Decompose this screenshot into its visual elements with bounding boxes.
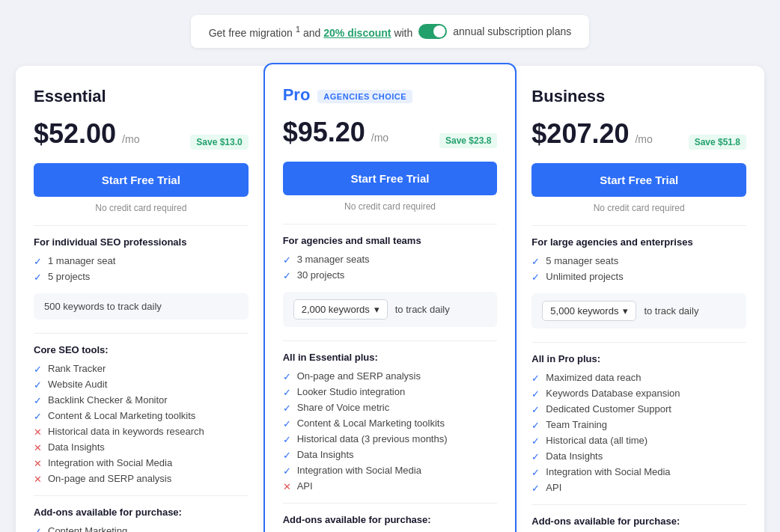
feature-item: ✕ On-page and SERP analysis (34, 473, 249, 485)
check-icon: ✓ (283, 387, 291, 398)
divider (283, 340, 498, 341)
divider (531, 504, 746, 505)
feature-item: ✓ Dedicated Customer Support (531, 403, 746, 415)
divider (283, 224, 498, 224)
divider (283, 503, 498, 504)
keywords-value: 2,000 keywords (302, 304, 370, 315)
check-icon: ✓ (34, 395, 42, 406)
seats-list: ✓ 3 manager seats ✓ 30 projects (283, 254, 498, 281)
price-amount: $95.20 (283, 117, 365, 148)
feature-item: ✓ Looker Studio integration (283, 386, 498, 398)
check-icon: ✓ (34, 364, 42, 375)
check-icon: ✓ (531, 467, 540, 478)
divider (531, 225, 746, 226)
core-features-list: ✓ Rank Tracker ✓ Website Audit ✓ Backlin… (34, 363, 249, 485)
x-icon: ✕ (283, 481, 291, 492)
no-credit: No credit card required (283, 201, 498, 212)
feature-item: ✓ API (531, 482, 746, 494)
feature-item: ✓ Team Training (531, 419, 746, 431)
check-icon: ✓ (531, 435, 540, 447)
check-icon: ✓ (34, 379, 42, 391)
check-icon: ✓ (283, 434, 291, 445)
addons-title: Add-ons available for purchase: (283, 514, 498, 525)
check-icon: ✓ (34, 526, 42, 532)
price-period: /mo (635, 133, 652, 145)
feature-item: ✓ On-page and SERP analysis (283, 370, 498, 382)
manager-seats-item: ✓ 1 manager seat (34, 255, 249, 267)
check-icon: ✓ (283, 403, 291, 414)
annual-toggle[interactable] (418, 24, 447, 39)
feature-text: Data Insights (297, 449, 354, 460)
chevron-down-icon: ▾ (623, 305, 628, 317)
keywords-track-label: to track daily (644, 305, 698, 317)
feature-item: ✓ Integration with Social Media (283, 465, 498, 477)
addon-item: ✓ Content Marketing (34, 525, 249, 532)
check-icon: ✓ (531, 483, 540, 494)
feature-text: Maximized data reach (546, 372, 641, 383)
plan-header: Business (531, 87, 746, 109)
feature-item: ✕ API (283, 480, 498, 492)
price-row: $52.00 /mo Save $13.0 (34, 118, 249, 150)
feature-text: Historical data in keywords research (48, 426, 204, 437)
chevron-down-icon: ▾ (374, 304, 380, 315)
feature-text: API (546, 482, 561, 493)
divider (34, 333, 249, 334)
feature-item: ✓ Data Insights (283, 449, 498, 461)
keywords-dropdown[interactable]: 5,000 keywords ▾ (542, 301, 636, 321)
check-icon: ✓ (283, 450, 291, 461)
feature-item: ✓ Rank Tracker (34, 363, 249, 375)
plan-subtitle: For agencies and small teams (283, 235, 498, 246)
check-icon: ✓ (531, 272, 540, 283)
plan-card-business: Business $207.20 /mo Save $51.8 Start Fr… (514, 66, 764, 532)
plan-card-pro: Pro AGENCIES CHOICE $95.20 /mo Save $23.… (263, 63, 517, 532)
seats-list: ✓ 1 manager seat ✓ 5 projects (34, 255, 249, 283)
discount-text: 20% discount (323, 27, 391, 39)
top-banner: Get free migration 1 and 20% discount wi… (191, 15, 590, 48)
keywords-dropdown[interactable]: 2,000 keywords ▾ (293, 299, 388, 319)
trial-button-business[interactable]: Start Free Trial (531, 163, 746, 197)
feature-text: Integration with Social Media (297, 465, 421, 476)
projects-text: Unlimited projects (546, 271, 623, 282)
agencies-badge: AGENCIES CHOICE (317, 90, 412, 103)
check-icon: ✓ (283, 465, 291, 477)
price-amount: $52.00 (34, 118, 116, 150)
check-icon: ✓ (34, 256, 42, 267)
feature-text: Data Insights (546, 450, 603, 462)
save-badge: Save $13.0 (190, 135, 248, 150)
check-icon: ✓ (34, 411, 42, 422)
check-icon: ✓ (531, 256, 540, 267)
feature-item: ✓ Data Insights (531, 450, 746, 462)
core-section-title: All in Pro plus: (531, 353, 746, 364)
keywords-box: 2,000 keywords ▾ to track daily (283, 292, 498, 327)
feature-text: Content & Local Marketing toolkits (48, 410, 195, 421)
trial-button-essential[interactable]: Start Free Trial (34, 163, 249, 197)
feature-text: Share of Voice metric (297, 402, 390, 413)
core-features-list: ✓ Maximized data reach ✓ Keywords Databa… (531, 372, 746, 494)
check-icon: ✓ (531, 373, 540, 384)
feature-text: Website Audit (48, 379, 107, 390)
feature-text: Backlink Checker & Monitor (48, 394, 168, 406)
x-icon: ✕ (34, 474, 42, 485)
feature-text: Historical data (3 previous months) (297, 433, 448, 444)
manager-seats-text: 5 manager seats (546, 255, 618, 266)
keywords-value: 5,000 keywords (550, 305, 618, 317)
feature-item: ✕ Integration with Social Media (34, 457, 249, 469)
feature-item: ✓ Keywords Database expansion (531, 388, 746, 400)
plan-name: Essential (34, 87, 106, 106)
price-amount: $207.20 (531, 118, 629, 150)
check-icon: ✓ (283, 418, 291, 429)
keywords-static: 500 keywords to track daily (44, 301, 162, 312)
keywords-box: 5,000 keywords ▾ to track daily (531, 293, 746, 328)
core-features-list: ✓ On-page and SERP analysis ✓ Looker Stu… (283, 370, 498, 492)
divider (531, 342, 746, 343)
price-period: /mo (371, 132, 389, 144)
seats-list: ✓ 5 manager seats ✓ Unlimited projects (531, 255, 746, 283)
check-icon: ✓ (531, 420, 540, 431)
toggle-label: annual subscription plans (453, 25, 571, 37)
core-section-title: All in Essential plus: (283, 352, 498, 363)
check-icon: ✓ (531, 451, 540, 462)
feature-item: ✓ Maximized data reach (531, 372, 746, 384)
trial-button-pro[interactable]: Start Free Trial (283, 162, 498, 195)
feature-text: Integration with Social Media (48, 457, 172, 468)
feature-item: ✕ Data Insights (34, 441, 249, 453)
